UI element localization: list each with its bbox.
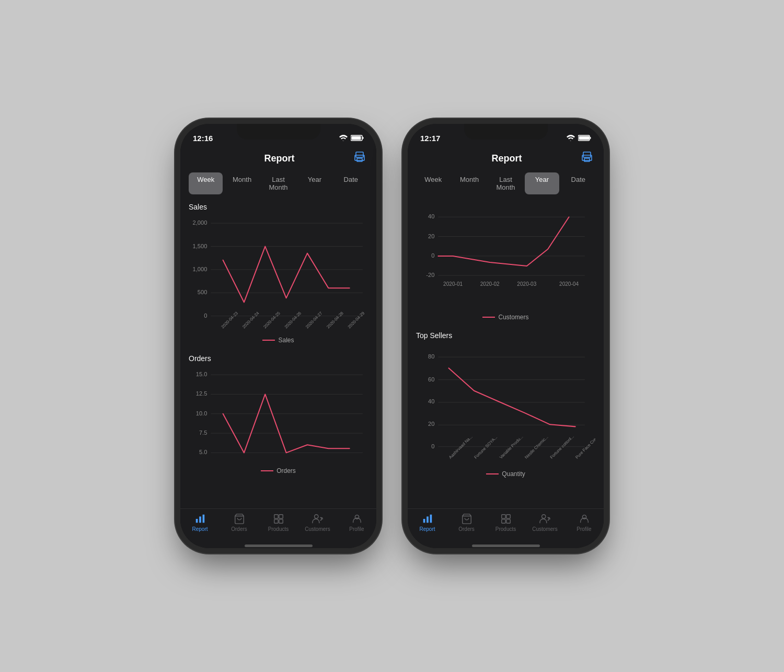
nav-products-label-2: Products — [495, 526, 516, 532]
svg-rect-44 — [590, 137, 591, 139]
customers-legend: Customers — [416, 314, 595, 321]
orders-legend: Orders — [189, 467, 368, 474]
nav-profile-2[interactable]: Profile — [564, 513, 604, 532]
svg-text:12.5: 12.5 — [196, 390, 207, 397]
svg-rect-2 — [352, 136, 361, 140]
svg-text:2020-01: 2020-01 — [443, 281, 463, 287]
sales-chart-title: Sales — [189, 203, 368, 211]
svg-text:1,500: 1,500 — [193, 243, 207, 249]
bar-chart-icon-2 — [422, 513, 433, 525]
battery-icon-2 — [578, 135, 591, 141]
svg-text:40: 40 — [428, 213, 434, 219]
nav-profile-label-2: Profile — [577, 526, 591, 532]
svg-rect-84 — [506, 519, 510, 523]
print-icon-1[interactable] — [353, 151, 366, 166]
svg-text:0: 0 — [204, 312, 207, 319]
svg-text:20: 20 — [428, 421, 434, 427]
svg-text:2,000: 2,000 — [193, 219, 207, 226]
nav-report-1[interactable]: Report — [180, 513, 220, 532]
svg-text:2020-04-28: 2020-04-28 — [326, 310, 344, 329]
svg-text:-20: -20 — [426, 272, 434, 278]
svg-rect-45 — [579, 136, 590, 140]
filter-tab-year-1[interactable]: Year — [297, 172, 331, 194]
time-1: 12:16 — [193, 134, 213, 143]
svg-text:7.5: 7.5 — [199, 430, 207, 436]
svg-text:2020-04: 2020-04 — [559, 281, 579, 287]
filter-tab-month-1[interactable]: Month — [225, 172, 259, 194]
phone-2-screen: 12:17 Report — [408, 124, 604, 548]
svg-text:Aashirvaad Na...: Aashirvaad Na... — [448, 434, 474, 460]
svg-rect-35 — [202, 515, 204, 523]
nav-profile-1[interactable]: Profile — [337, 513, 376, 532]
page-title-1: Report — [205, 153, 353, 164]
phone-2-notch — [464, 124, 548, 140]
nav-products-1[interactable]: Products — [259, 513, 298, 532]
nav-customers-1[interactable]: Customers — [298, 513, 337, 532]
svg-text:0: 0 — [431, 443, 434, 449]
phone-2: 12:17 Report — [408, 124, 604, 548]
status-icons-2 — [567, 135, 591, 141]
filter-tab-date-2[interactable]: Date — [561, 172, 595, 194]
svg-rect-78 — [426, 516, 429, 523]
svg-text:Variable Produ...: Variable Produ... — [499, 434, 524, 459]
svg-point-41 — [314, 515, 318, 518]
filter-tab-lastmonth-2[interactable]: Last Month — [489, 172, 523, 194]
page-title-2: Report — [433, 153, 581, 164]
phone-1-notch — [237, 124, 320, 140]
svg-text:60: 60 — [428, 376, 434, 382]
filter-tab-year-2[interactable]: Year — [525, 172, 559, 194]
nav-customers-label-2: Customers — [532, 526, 557, 532]
svg-rect-82 — [506, 515, 510, 518]
filter-tab-lastmonth-1[interactable]: Last Month — [261, 172, 295, 194]
svg-point-85 — [541, 515, 545, 518]
svg-text:40: 40 — [428, 398, 434, 404]
sales-chart-svg: 2,000 1,500 1,000 500 0 2 — [189, 215, 368, 331]
svg-text:500: 500 — [198, 289, 207, 295]
svg-rect-39 — [274, 519, 278, 523]
printer-svg-2 — [581, 151, 593, 164]
filter-tab-month-2[interactable]: Month — [452, 172, 486, 194]
customers-icon-2 — [539, 513, 551, 525]
home-indicator-1 — [245, 544, 313, 547]
customers-chart-section: 40 20 0 -20 2020-01 2020-02 — [408, 203, 604, 331]
page-wrapper: 12:16 Report — [180, 124, 604, 548]
sales-chart-container: 2,000 1,500 1,000 500 0 2 — [189, 215, 368, 333]
svg-rect-1 — [363, 137, 364, 139]
filter-tabs-2: Week Month Last Month Year Date — [408, 172, 604, 194]
svg-text:0: 0 — [431, 252, 434, 259]
wifi-icon-1 — [339, 135, 348, 141]
svg-rect-3 — [356, 152, 363, 157]
nav-customers-2[interactable]: Customers — [525, 513, 564, 532]
svg-text:2020-04-24: 2020-04-24 — [241, 310, 260, 329]
status-icons-1 — [339, 135, 364, 141]
svg-text:80: 80 — [428, 353, 434, 360]
products-icon-1 — [273, 513, 284, 525]
bottom-nav-2: Report Orders — [408, 508, 604, 542]
svg-rect-77 — [423, 519, 425, 523]
svg-rect-38 — [279, 515, 282, 518]
print-icon-2[interactable] — [581, 151, 593, 166]
svg-text:1,000: 1,000 — [193, 266, 207, 272]
svg-rect-79 — [430, 515, 432, 523]
screen-content-2[interactable]: Report Week Month Last Month Year — [408, 147, 604, 508]
nav-orders-2[interactable]: Orders — [447, 513, 486, 532]
bottom-nav-1: Report Orders — [180, 508, 376, 542]
nav-products-2[interactable]: Products — [486, 513, 525, 532]
svg-text:5.0: 5.0 — [199, 449, 207, 455]
sales-legend-line — [262, 340, 275, 341]
filter-tab-week-2[interactable]: Week — [416, 172, 450, 194]
filter-tab-date-1[interactable]: Date — [334, 172, 368, 194]
quantity-legend-label: Quantity — [502, 470, 525, 478]
phone-1-screen: 12:16 Report — [180, 124, 376, 548]
orders-chart-container: 15.0 12.5 10.0 7.5 5.0 — [189, 367, 368, 464]
nav-report-2[interactable]: Report — [408, 513, 447, 532]
filter-tabs-1: Week Month Last Month Year Date — [180, 172, 376, 194]
nav-profile-label-1: Profile — [349, 526, 364, 532]
top-sellers-chart-title: Top Sellers — [416, 331, 595, 340]
filter-tab-week-1[interactable]: Week — [189, 172, 223, 194]
screen-content-1[interactable]: Report Week Month Last Month Year — [180, 147, 376, 508]
customers-legend-label: Customers — [498, 314, 528, 321]
wifi-icon-2 — [567, 135, 575, 141]
nav-orders-1[interactable]: Orders — [220, 513, 259, 532]
orders-chart-title: Orders — [189, 354, 368, 363]
